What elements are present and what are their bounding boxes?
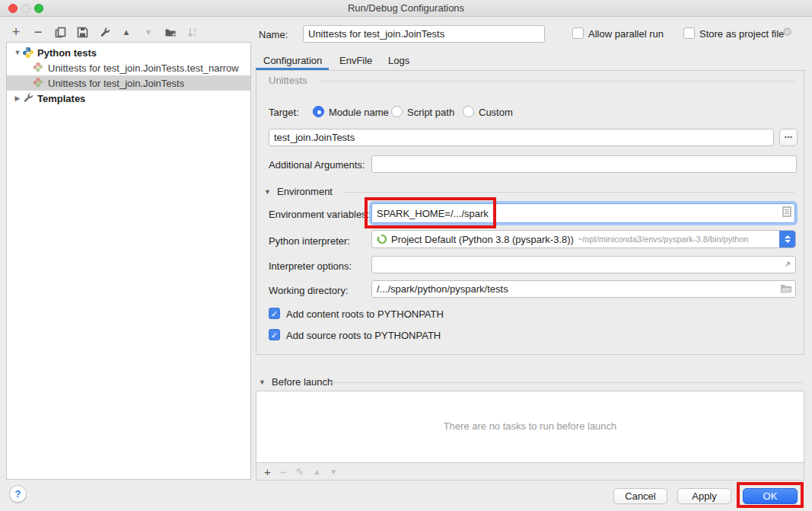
add-source-roots-checkbox[interactable]: ✓ (269, 329, 280, 340)
environment-section-header: Environment (277, 186, 333, 197)
tree-item-python-tests[interactable]: ▼ Python tests (7, 45, 250, 60)
divider (320, 81, 794, 81)
tab-logs[interactable]: Logs (388, 55, 409, 66)
remove-task-icon[interactable]: − (280, 465, 287, 478)
python-icon (22, 46, 34, 59)
combo-stepper-icon[interactable] (779, 231, 795, 248)
before-launch-header: Before launch (272, 376, 333, 388)
working-directory-field-wrap (371, 280, 796, 298)
python-interpreter-select[interactable]: Project Default (Python 3.8 (pyspark-3.8… (371, 230, 796, 248)
tree-item-templates[interactable]: ▶ Templates (7, 91, 250, 106)
tab-configuration[interactable]: Configuration (263, 55, 322, 66)
tree-item-unittest-narrow[interactable]: Unittests for test_join.JoinTests.test_n… (7, 60, 250, 75)
name-label: Name: (259, 29, 288, 40)
target-custom-radio[interactable] (463, 106, 474, 117)
environment-variables-input[interactable] (371, 203, 795, 223)
new-folder-icon[interactable] (164, 25, 177, 39)
title-bar: Run/Debug Configurations (0, 0, 812, 17)
python-test-icon (33, 77, 45, 89)
python-interpreter-path: ~/opt/miniconda3/envs/pyspark-3.8/bin/py… (578, 235, 749, 244)
store-as-project-file-label: Store as project file (699, 28, 784, 40)
apply-button[interactable]: Apply (677, 488, 731, 504)
conda-environment-icon (377, 234, 387, 244)
edit-templates-wrench-icon[interactable] (97, 25, 111, 39)
environment-variables-label: Environment variables: (269, 209, 369, 220)
move-task-down-icon[interactable]: ▼ (330, 468, 337, 476)
add-content-roots-checkbox[interactable]: ✓ (269, 308, 280, 319)
configurations-tree: ▼ Python tests Unittests for test_join.J… (6, 42, 251, 480)
browse-button[interactable]: ... (779, 129, 798, 146)
before-launch-toolbar: + − ✎ ▲ ▼ (256, 463, 804, 481)
environment-variables-field-wrap (371, 203, 795, 223)
store-as-project-file-checkbox[interactable] (683, 27, 695, 39)
tree-item-label: Templates (37, 93, 85, 104)
divider (330, 382, 804, 383)
interpreter-options-field-wrap (371, 256, 796, 273)
chevron-right-icon[interactable]: ▶ (13, 94, 22, 102)
configuration-tab-content: Unittests Target: Module name Script pat… (256, 70, 804, 355)
unittests-group-label: Unittests (269, 75, 307, 86)
add-content-roots-label: Add content roots to PYTHONPATH (286, 308, 444, 320)
tab-envfile[interactable]: EnvFile (339, 55, 372, 66)
working-directory-input[interactable] (371, 280, 796, 298)
svg-text:a: a (193, 27, 196, 32)
allow-parallel-run-checkbox[interactable] (572, 27, 584, 39)
move-task-up-icon[interactable]: ▲ (313, 468, 320, 476)
before-launch-task-list: There are no tasks to run before launch (256, 391, 804, 463)
window-title: Run/Debug Configurations (0, 2, 812, 14)
target-module-name-radio[interactable] (313, 106, 324, 117)
help-button[interactable]: ? (9, 485, 27, 503)
working-directory-label: Working directory: (269, 285, 349, 296)
folder-browse-icon[interactable] (780, 283, 792, 296)
additional-arguments-input[interactable] (371, 155, 797, 173)
move-down-icon[interactable]: ▼ (142, 25, 155, 39)
python-interpreter-value: Project Default (Python 3.8 (pyspark-3.8… (391, 234, 574, 245)
target-custom-label: Custom (479, 107, 513, 118)
cancel-button[interactable]: Cancel (613, 488, 667, 504)
additional-arguments-label: Additional Arguments: (269, 159, 365, 171)
remove-configuration-icon[interactable]: − (31, 25, 45, 39)
save-configuration-icon[interactable] (75, 25, 89, 39)
tree-item-label: Unittests for test_join.JoinTests.test_n… (48, 62, 239, 74)
interpreter-options-input[interactable] (371, 256, 796, 273)
configurations-toolbar: + − ▲ ▼ az (9, 24, 199, 40)
wrench-icon (22, 92, 34, 104)
allow-parallel-run-label: Allow parallel run (588, 28, 664, 40)
divider (345, 192, 794, 193)
svg-text:z: z (193, 32, 196, 37)
before-launch-collapse-icon[interactable]: ▼ (259, 378, 266, 386)
target-input[interactable] (269, 129, 774, 146)
expand-field-icon[interactable] (783, 258, 792, 272)
name-input[interactable] (303, 25, 545, 43)
tree-item-label: Python tests (37, 47, 97, 59)
add-task-icon[interactable]: + (264, 465, 271, 478)
copy-configuration-icon[interactable] (53, 25, 67, 39)
gear-icon[interactable]: ⚙ (782, 25, 792, 39)
target-script-path-radio[interactable] (391, 106, 403, 117)
tree-item-label: Unittests for test_join.JoinTests (48, 78, 184, 89)
edit-variables-list-icon[interactable] (782, 206, 791, 220)
move-up-icon[interactable]: ▲ (119, 25, 133, 39)
sort-alphabetically-icon[interactable]: az (186, 25, 199, 39)
python-interpreter-label: Python interpreter: (269, 235, 350, 247)
environment-collapse-icon[interactable]: ▼ (264, 188, 271, 196)
target-label: Target: (269, 107, 299, 118)
add-source-roots-label: Add source roots to PYTHONPATH (286, 330, 441, 341)
add-configuration-icon[interactable]: + (9, 25, 23, 39)
ok-button[interactable]: OK (743, 488, 798, 504)
target-module-name-label: Module name (329, 107, 389, 118)
edit-task-icon[interactable]: ✎ (296, 466, 304, 477)
python-test-icon (33, 62, 45, 74)
tree-item-unittest-jointests[interactable]: Unittests for test_join.JoinTests (7, 75, 250, 91)
target-script-path-label: Script path (407, 107, 454, 118)
interpreter-options-label: Interpreter options: (269, 260, 352, 272)
before-launch-empty-text: There are no tasks to run before launch (256, 420, 804, 432)
chevron-down-icon[interactable]: ▼ (13, 49, 22, 56)
